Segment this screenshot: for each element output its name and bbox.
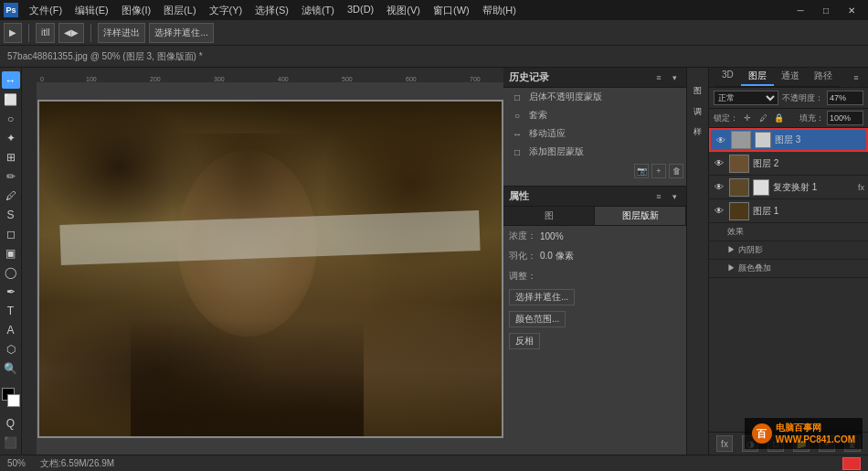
history-menu-icon[interactable]: ≡ <box>652 71 665 84</box>
layer-fx-btn[interactable]: fx <box>716 435 733 452</box>
close-button[interactable]: ✕ <box>839 0 864 20</box>
maximize-button[interactable]: □ <box>813 0 839 20</box>
menu-layer[interactable]: 图层(L) <box>158 2 201 19</box>
menu-view[interactable]: 视图(V) <box>381 2 426 19</box>
minimize-button[interactable]: ─ <box>788 0 813 20</box>
tool-quickmask-icon[interactable]: Q <box>2 414 20 432</box>
properties-collapse-icon[interactable]: ▾ <box>668 190 681 203</box>
layers-tab-layers[interactable]: 图层 <box>741 68 774 86</box>
lock-label: 锁定： <box>714 112 738 124</box>
layers-tabs: 3D 图层 通道 路径 <box>715 68 840 87</box>
tool-shape-icon[interactable]: ⬡ <box>2 340 20 358</box>
layer-3-eye[interactable]: 👁 <box>715 134 727 146</box>
tool-move-icon[interactable]: ↔ <box>2 71 20 89</box>
history-new-btn[interactable]: + <box>651 164 666 178</box>
layer-blend-row: 正常 溶解 正片叠底 不透明度： <box>709 88 868 109</box>
sub-layer-effects[interactable]: 效果 <box>709 223 868 241</box>
prop-opacity-value: 100% <box>540 231 564 241</box>
layer-item-2[interactable]: 👁 图层 2 <box>709 152 868 176</box>
tool-nav[interactable]: ◀▶ <box>58 23 84 43</box>
layer-lock-row: 锁定： ✛ 🖊 🔒 填充： <box>709 109 868 128</box>
layers-menu-icon[interactable]: ≡ <box>850 71 863 84</box>
tool-crop-icon[interactable]: ⊞ <box>2 148 20 166</box>
history-delete-btn[interactable]: 🗑 <box>669 164 683 178</box>
far-right-icon-2[interactable]: 调 <box>689 91 707 110</box>
menu-edit[interactable]: 编辑(E) <box>69 2 114 19</box>
prop-tab-image[interactable]: 图 <box>503 207 595 225</box>
color-range-btn[interactable]: 颜色范围... <box>509 311 566 327</box>
error-indicator[interactable] <box>842 457 861 470</box>
properties-panel-icons: ≡ ▾ <box>652 190 681 203</box>
fill-input[interactable] <box>827 111 863 125</box>
btn-select-mask[interactable]: 选择并遮住... <box>149 23 213 43</box>
layer-item-1[interactable]: 👁 图层 1 <box>709 199 868 223</box>
sub-effects-label: 效果 <box>727 226 744 238</box>
lock-image-icon[interactable]: 🖊 <box>757 112 769 124</box>
prop-feather-row: 羽化： 0.0 像素 <box>503 246 686 266</box>
tool-brush-icon[interactable]: 🖊 <box>2 187 20 204</box>
far-right-icon-3[interactable]: 样 <box>689 112 707 130</box>
far-right-icon-1[interactable]: 图 <box>689 71 707 90</box>
invert-btn[interactable]: 反相 <box>509 333 540 349</box>
tool-options[interactable]: itll <box>36 23 55 43</box>
history-collapse-icon[interactable]: ▾ <box>668 71 681 84</box>
history-action-buttons: 📷 + 🗑 <box>503 161 686 181</box>
layer-smart-eye[interactable]: 👁 <box>713 181 725 194</box>
tool-gradient-icon[interactable]: ▣ <box>2 244 20 262</box>
layer-smart-name: 复变换射 1 <box>773 181 852 194</box>
layers-tab-paths[interactable]: 路径 <box>807 68 840 86</box>
prop-tab-layer[interactable]: 图层版新 <box>595 207 686 225</box>
properties-menu-icon[interactable]: ≡ <box>652 190 665 203</box>
history-title: 历史记录 <box>509 70 549 84</box>
history-item-3[interactable]: ↔ 移动适应 <box>503 124 686 143</box>
title-bar: Ps 文件(F) 编辑(E) 图像(I) 图层(L) 文字(Y) 选择(S) 滤… <box>0 0 868 20</box>
menu-file[interactable]: 文件(F) <box>24 2 68 19</box>
lock-all-icon[interactable]: 🔒 <box>772 112 785 124</box>
tool-screenmode-icon[interactable]: ⬛ <box>2 434 20 451</box>
lock-position-icon[interactable]: ✛ <box>741 112 754 124</box>
sub-inner-shadow-label: ▶ 内阴影 <box>727 244 763 256</box>
btn-zoom-in[interactable]: 洋样进出 <box>98 23 145 43</box>
fill-label: 填充： <box>799 112 824 124</box>
layer-item-smart[interactable]: 👁 复变换射 1 fx <box>709 176 868 199</box>
tool-eraser-icon[interactable]: ◻ <box>2 225 20 242</box>
layer-1-eye[interactable]: 👁 <box>713 205 725 218</box>
tool-magic-icon[interactable]: ✦ <box>2 129 20 146</box>
layers-tab-3d[interactable]: 3D <box>715 68 741 86</box>
layer-item-3[interactable]: 👁 图层 3 <box>709 128 868 152</box>
tool-dodge-icon[interactable]: ◯ <box>2 263 20 281</box>
menu-filter[interactable]: 滤镜(T) <box>296 2 340 19</box>
layer-1-name: 图层 1 <box>753 205 864 218</box>
history-snapshot-btn[interactable]: 📷 <box>634 164 649 178</box>
tool-eyedropper-icon[interactable]: ✏ <box>2 167 20 185</box>
menu-image[interactable]: 图像(I) <box>116 2 156 19</box>
select-mask-btn[interactable]: 选择并遮住... <box>509 289 575 305</box>
tool-text-icon[interactable]: T <box>2 302 20 319</box>
opacity-input[interactable] <box>827 91 863 105</box>
background-color[interactable] <box>7 394 20 407</box>
history-item-4[interactable]: □ 添加图层蒙版 <box>503 143 686 161</box>
sub-layer-inner-shadow[interactable]: ▶ 内阴影 <box>709 241 868 260</box>
menu-window[interactable]: 窗口(W) <box>428 2 475 19</box>
layer-2-eye[interactable]: 👁 <box>713 157 725 170</box>
history-item-1[interactable]: □ 启体不透明度蒙版 <box>503 88 686 106</box>
menu-3d[interactable]: 3D(D) <box>342 2 379 19</box>
tool-marquee-icon[interactable]: ⬜ <box>2 91 20 108</box>
file-path-label: 57bac48861355.jpg @ 50% (图层 3, 图像版面) * <box>7 50 203 63</box>
blend-mode-select[interactable]: 正常 溶解 正片叠底 <box>714 91 778 105</box>
tool-clone-icon[interactable]: S <box>2 206 20 223</box>
main-area: ↔ ⬜ ○ ✦ ⊞ ✏ 🖊 S ◻ ▣ ◯ ✒ T A ⬡ 🔍 Q ⬛ 0 10… <box>0 68 868 455</box>
sub-layer-color-overlay[interactable]: ▶ 颜色叠加 <box>709 260 868 278</box>
tool-lasso-icon[interactable]: ○ <box>2 110 20 127</box>
prop-btn2-row: 颜色范围... <box>503 308 686 330</box>
layers-tab-channels[interactable]: 通道 <box>774 68 807 86</box>
menu-help[interactable]: 帮助(H) <box>477 2 522 19</box>
history-item-2[interactable]: ○ 套索 <box>503 106 686 124</box>
tool-zoom-icon[interactable]: 🔍 <box>2 359 20 377</box>
tool-path-icon[interactable]: A <box>2 321 20 338</box>
menu-select[interactable]: 选择(S) <box>249 2 294 19</box>
properties-panel-header: 属性 ≡ ▾ <box>503 187 686 207</box>
tool-move[interactable]: ▶ <box>4 23 22 43</box>
tool-pen-icon[interactable]: ✒ <box>2 283 20 300</box>
menu-text[interactable]: 文字(Y) <box>204 2 249 19</box>
